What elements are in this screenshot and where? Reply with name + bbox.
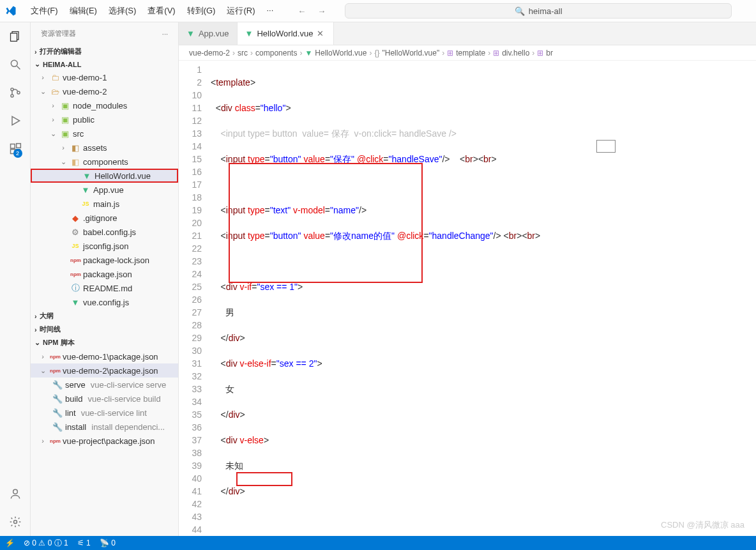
svg-rect-7 [10, 144, 15, 149]
svg-point-5 [10, 95, 13, 97]
statusbar: ⚡ ⊘ 0 ⚠ 0 ⓘ 1 ⚟ 1 📡 0 [0, 536, 756, 550]
tree-folder-vue-demo-2[interactable]: ⌄🗁vue-demo-2 [31, 84, 178, 98]
extensions-badge: 2 [13, 149, 22, 158]
tree-file-pkglock[interactable]: npmpackage-lock.json [31, 253, 178, 267]
menu-select[interactable]: 选择(S) [103, 3, 141, 19]
explorer-icon[interactable] [0, 29, 26, 44]
menu-goto[interactable]: 转到(G) [182, 3, 221, 19]
tree-file-jsconfig[interactable]: JSjsconfig.json [31, 239, 178, 253]
nav-back-icon[interactable]: ← [298, 6, 306, 16]
search-icon: 🔍 [515, 6, 525, 16]
tab-helloworld[interactable]: ▼HelloWorld.vue✕ [238, 22, 335, 45]
tree-file-vueconfig[interactable]: ▼vue.config.js [31, 295, 178, 309]
tree-folder-public[interactable]: ›▣public [31, 112, 178, 126]
bc-item[interactable]: "HelloWorld.vue" [382, 49, 439, 57]
outline-section[interactable]: ›大纲 [31, 309, 178, 323]
bc-item[interactable]: br [546, 49, 553, 57]
bc-item[interactable]: components [255, 49, 297, 57]
line-gutter: 1210111213141516171819202122232425262728… [179, 61, 211, 536]
tree-folder-src[interactable]: ⌄▣src [31, 126, 178, 141]
search-activity-icon[interactable] [0, 57, 26, 72]
editor-tabs: ▼App.vue ▼HelloWorld.vue✕ [179, 22, 756, 45]
tree-folder-assets[interactable]: ›◧assets [31, 141, 178, 155]
sidebar: 资源管理器 ··· ›打开的编辑器 ⌄HEIMA-ALL ›🗀vue-demo-… [31, 22, 179, 536]
bc-item[interactable]: vue-demo-2 [189, 49, 230, 57]
svg-point-4 [10, 88, 13, 91]
tree-file-readme[interactable]: ⓘREADME.md [31, 281, 178, 295]
nav-arrows: ← → [298, 6, 326, 16]
tab-appvue[interactable]: ▼App.vue [179, 22, 238, 45]
npm-pkg1[interactable]: ›npmvue-demo-1\package.json [31, 349, 178, 363]
source-control-icon[interactable] [0, 85, 26, 100]
menu-run[interactable]: 运行(R) [222, 3, 260, 19]
npm-script-lint[interactable]: 🔧lintvue-cli-service lint [31, 406, 178, 420]
npm-pkg2[interactable]: ⌄npmvue-demo-2\package.json [31, 363, 178, 378]
breadcrumbs[interactable]: vue-demo-2› src› components› ▼HelloWorld… [179, 45, 756, 61]
tree-folder-components[interactable]: ⌄◧components [31, 155, 178, 169]
code-body[interactable]: <template> <div class="hello"> <input ty… [211, 61, 540, 536]
tree-file-pkg[interactable]: npmpackage.json [31, 267, 178, 281]
npm-script-build[interactable]: 🔧buildvue-cli-service build [31, 392, 178, 406]
bc-item[interactable]: src [238, 49, 248, 57]
svg-line-3 [17, 66, 20, 70]
tree-file-helloworld[interactable]: ▼HelloWorld.vue [31, 169, 178, 183]
svg-rect-1 [10, 33, 17, 42]
code-editor[interactable]: 1210111213141516171819202122232425262728… [179, 61, 756, 536]
status-git[interactable]: ⚟ 1 [77, 539, 91, 547]
npm-scripts-section[interactable]: ⌄NPM 脚本 [31, 336, 178, 349]
workspace-section[interactable]: ⌄HEIMA-ALL [31, 58, 178, 70]
npm-script-serve[interactable]: 🔧servevue-cli-service serve [31, 378, 178, 392]
svg-point-12 [13, 521, 17, 524]
sidebar-more-icon[interactable]: ··· [162, 30, 168, 38]
tree-folder-vue-demo-1[interactable]: ›🗀vue-demo-1 [31, 70, 178, 84]
account-icon[interactable] [0, 486, 26, 501]
search-text: heima-all [529, 6, 563, 16]
titlebar: 文件(F) 编辑(E) 选择(S) 查看(V) 转到(G) 运行(R) ··· … [0, 0, 756, 22]
editor-pane: ▼App.vue ▼HelloWorld.vue✕ vue-demo-2› sr… [179, 22, 756, 536]
activity-bar: 2 [0, 22, 31, 536]
file-tree: ›🗀vue-demo-1 ⌄🗁vue-demo-2 ›▣node_modules… [31, 70, 178, 309]
tree-file-gitignore[interactable]: ◆.gitignore [31, 211, 178, 225]
debug-icon[interactable] [0, 113, 26, 128]
status-errors[interactable]: ⊘ 0 ⚠ 0 ⓘ 1 [24, 538, 68, 549]
svg-point-2 [11, 60, 17, 66]
open-editors-section[interactable]: ›打开的编辑器 [31, 45, 178, 58]
npm-script-install[interactable]: 🔧installinstall dependenci... [31, 420, 178, 434]
main-menu: 文件(F) 编辑(E) 选择(S) 查看(V) 转到(G) 运行(R) ··· [26, 3, 278, 19]
vscode-logo-icon [5, 5, 17, 17]
nav-forward-icon[interactable]: → [317, 6, 326, 16]
cursor-box [596, 140, 616, 153]
highlight-box-2 [236, 472, 292, 486]
menu-view[interactable]: 查看(V) [142, 3, 180, 19]
tree-file-mainjs[interactable]: JSmain.js [31, 197, 178, 211]
tree-folder-node-modules[interactable]: ›▣node_modules [31, 98, 178, 112]
sidebar-header: 资源管理器 ··· [31, 22, 178, 45]
svg-rect-10 [16, 144, 20, 148]
close-icon[interactable]: ✕ [317, 29, 326, 38]
bc-item[interactable]: HelloWorld.vue [315, 49, 367, 57]
tree-file-babel[interactable]: ⚙babel.config.js [31, 225, 178, 239]
menu-more[interactable]: ··· [261, 3, 278, 19]
sidebar-title: 资源管理器 [41, 29, 76, 38]
npm-scripts-tree: ›npmvue-demo-1\package.json ⌄npmvue-demo… [31, 349, 178, 448]
remote-icon[interactable]: ⚡ [5, 539, 15, 547]
settings-icon[interactable] [0, 514, 26, 530]
svg-point-11 [13, 489, 17, 494]
timeline-section[interactable]: ›时间线 [31, 323, 178, 336]
menu-file[interactable]: 文件(F) [26, 3, 63, 19]
extensions-icon[interactable]: 2 [0, 141, 26, 157]
bc-item[interactable]: template [456, 49, 485, 57]
command-center[interactable]: 🔍 heima-all [345, 3, 732, 19]
svg-point-6 [17, 91, 19, 94]
tree-file-appvue[interactable]: ▼App.vue [31, 183, 178, 197]
bc-item[interactable]: div.hello [502, 49, 529, 57]
npm-pkg3[interactable]: ›npmvue-project\package.json [31, 434, 178, 448]
menu-edit[interactable]: 编辑(E) [64, 3, 102, 19]
status-broadcast[interactable]: 📡 0 [100, 539, 116, 547]
